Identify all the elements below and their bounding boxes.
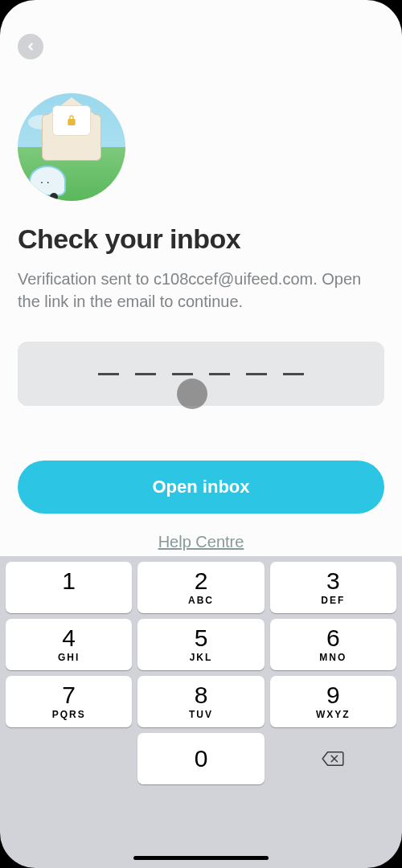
inbox-illustration: · ·◡	[18, 93, 125, 201]
verification-code-input[interactable]	[18, 342, 384, 406]
key-9[interactable]: 9WXYZ	[270, 676, 396, 727]
key-5[interactable]: 5JKL	[137, 619, 264, 670]
key-4[interactable]: 4GHI	[6, 619, 132, 670]
envelope-paper	[52, 105, 91, 136]
code-slot	[246, 373, 267, 375]
open-inbox-button[interactable]: Open inbox	[18, 461, 384, 514]
key-7[interactable]: 7PQRS	[6, 676, 132, 727]
code-slot	[283, 373, 304, 375]
page-description: Verification sent to c108ccef@uifeed.com…	[18, 268, 384, 313]
key-6[interactable]: 6MNO	[270, 619, 396, 670]
key-8[interactable]: 8TUV	[137, 676, 264, 727]
key-2[interactable]: 2ABC	[137, 562, 264, 613]
touch-indicator	[177, 379, 207, 409]
waze-face: · ·◡	[40, 175, 50, 201]
page-title: Check your inbox	[18, 223, 384, 255]
envelope-icon	[42, 114, 101, 161]
key-3[interactable]: 3DEF	[270, 562, 396, 613]
key-0[interactable]: 0	[137, 733, 264, 784]
keypad-spacer	[6, 733, 132, 784]
code-slot	[209, 373, 230, 375]
chevron-left-icon	[25, 41, 36, 52]
numeric-keypad: 1 2ABC 3DEF 4GHI 5JKL 6MNO 7PQRS 8TUV 9W…	[0, 556, 402, 868]
lock-icon	[65, 114, 78, 127]
home-indicator[interactable]	[133, 856, 269, 860]
backspace-icon	[321, 750, 345, 768]
backspace-key[interactable]	[270, 733, 396, 784]
waze-character-icon: · ·◡	[29, 166, 66, 196]
code-slot	[172, 373, 193, 375]
code-slot	[135, 373, 156, 375]
key-1[interactable]: 1	[6, 562, 132, 613]
back-button[interactable]	[18, 34, 43, 59]
main-content: · ·◡ Check your inbox Verification sent …	[0, 0, 402, 551]
code-slot	[98, 373, 119, 375]
help-centre-link[interactable]: Help Centre	[18, 533, 384, 551]
